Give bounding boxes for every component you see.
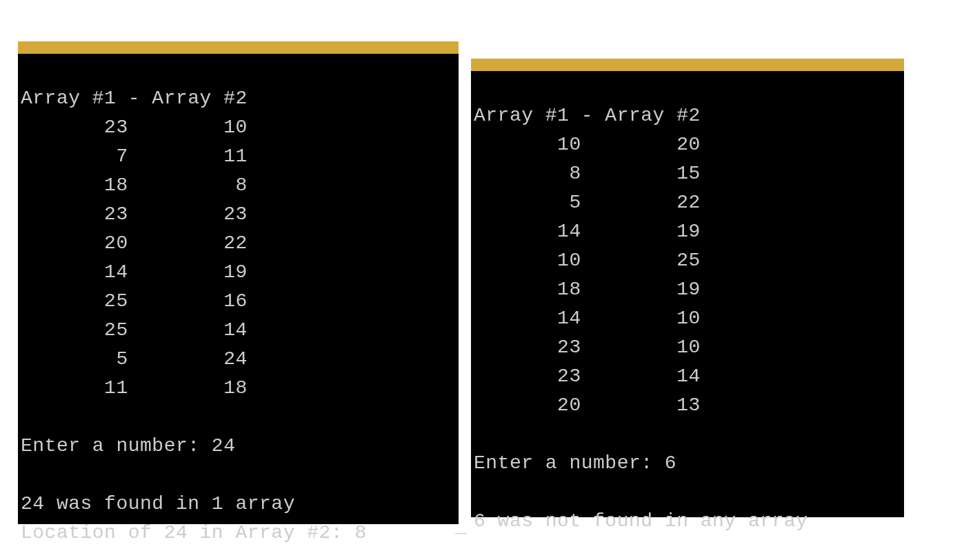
terminal-window-left[interactable]: Array #1 - Array #2 23 10 7 11 18 8 23 2…	[18, 41, 459, 524]
array-header: Array #1 - Array #2	[21, 88, 248, 109]
data-row: 14 19	[21, 261, 248, 283]
data-row: 10 20	[474, 134, 701, 155]
data-row: 10 25	[474, 250, 701, 271]
result-line: 24 was found in 1 array	[21, 493, 295, 514]
data-row: 8 15	[474, 163, 701, 184]
input-prompt: Enter a number: 24	[21, 435, 235, 457]
terminal-window-right[interactable]: Array #1 - Array #2 10 20 8 15 5 22 14 1…	[471, 59, 904, 517]
data-row: 23 10	[21, 117, 248, 138]
data-row: 5 24	[21, 348, 248, 370]
data-row: 18 8	[21, 174, 248, 196]
terminal-content-left: Array #1 - Array #2 23 10 7 11 18 8 23 2…	[18, 54, 459, 549]
terminal-content-right: Array #1 - Array #2 10 20 8 15 5 22 14 1…	[471, 71, 904, 537]
data-row: 23 23	[21, 203, 248, 225]
data-row: 23 14	[474, 366, 701, 387]
titlebar-left	[18, 41, 459, 54]
data-row: 14 10	[474, 308, 701, 329]
data-row: 25 16	[21, 290, 248, 312]
data-row: 14 19	[474, 221, 701, 242]
data-row: 25 14	[21, 319, 248, 341]
text-cursor: _	[455, 516, 467, 537]
result-line: 6 was not found in any array	[474, 510, 807, 532]
data-row: 7 11	[21, 146, 248, 167]
titlebar-right	[471, 59, 904, 71]
data-row: 23 10	[474, 337, 701, 358]
array-header: Array #1 - Array #2	[474, 105, 701, 126]
input-prompt: Enter a number: 6	[474, 452, 676, 474]
data-row: 20 13	[474, 394, 701, 416]
result-line: Location of 24 in Array #2: 8	[21, 522, 367, 543]
data-row: 11 18	[21, 377, 248, 399]
data-row: 20 22	[21, 232, 248, 254]
data-row: 5 22	[474, 192, 701, 213]
data-row: 18 19	[474, 279, 701, 300]
